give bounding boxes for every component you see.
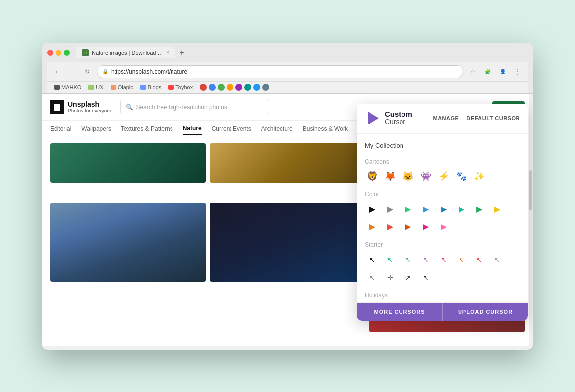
nav-nature[interactable]: Nature xyxy=(183,125,202,135)
cursor-blue2[interactable]: ▶ xyxy=(436,202,451,217)
starter-orange[interactable]: ↖ xyxy=(454,252,469,267)
starter-red[interactable]: ↖ xyxy=(472,252,487,267)
nav-textures[interactable]: Textures & Patterns xyxy=(121,125,173,134)
nav-wallpapers[interactable]: Wallpapers xyxy=(81,125,111,134)
manage-link[interactable]: MANAGE xyxy=(433,115,459,121)
cursor-bear[interactable]: 🐾 xyxy=(454,169,469,184)
cursor-gray[interactable]: ▶ xyxy=(383,202,398,217)
starter-pink[interactable]: ↖ xyxy=(436,252,451,267)
address-bar[interactable]: 🔒 https://unsplash.com/t/nature xyxy=(97,65,463,78)
photo-2[interactable] xyxy=(210,143,365,183)
cursor-orange2[interactable]: ▶ xyxy=(401,220,415,234)
cursor-pink2[interactable]: ▶ xyxy=(436,220,451,234)
search-icon: 🔍 xyxy=(126,104,133,111)
cursor-pink1[interactable]: ▶ xyxy=(418,220,433,234)
cursor-lion[interactable]: 🦁 xyxy=(365,169,380,184)
cursor-red1[interactable]: ▶ xyxy=(383,220,398,234)
traffic-lights xyxy=(47,50,70,56)
my-collection-link[interactable]: My Collection xyxy=(365,140,520,151)
starter-gray[interactable]: ↖ xyxy=(490,252,505,267)
cursor-star[interactable]: ✨ xyxy=(472,169,487,184)
starter-purple[interactable]: ↖ xyxy=(418,252,433,267)
starter-cursors: ↖ ↖ ↖ ↖ ↖ ↖ ↖ ↖ ↖ ✛ ↗ ↖ xyxy=(365,252,520,285)
starter-black2[interactable]: ↖ xyxy=(418,270,433,285)
photo-1[interactable] xyxy=(50,143,206,183)
starter-section: Starter ↖ ↖ ↖ ↖ ↖ ↖ ↖ ↖ ↖ ✛ ↗ xyxy=(365,241,520,285)
cursor-cat-smile[interactable]: 😺 xyxy=(401,169,415,184)
cursor-green2[interactable]: ▶ xyxy=(472,202,487,217)
bookmark-star[interactable]: ☆ xyxy=(467,66,478,77)
more-cursors-button[interactable]: MORE CURSORS xyxy=(357,303,443,321)
starter-crosshair[interactable]: ✛ xyxy=(383,270,398,285)
bookmark-icon-7[interactable] xyxy=(253,84,260,91)
upload-cursor-button[interactable]: UPLOAD CURSOR xyxy=(443,303,528,321)
color-title: Color xyxy=(365,191,520,198)
nav-business[interactable]: Business & Work xyxy=(303,125,348,134)
bookmark-icon-5[interactable] xyxy=(235,84,242,91)
back-button[interactable]: ← xyxy=(52,66,63,77)
bookmark-icon-4[interactable] xyxy=(227,84,233,91)
maximize-button[interactable] xyxy=(64,50,70,56)
nav-current-events[interactable]: Current Events xyxy=(212,125,251,134)
starter-teal[interactable]: ↖ xyxy=(383,252,398,267)
profile-button[interactable]: 👤 xyxy=(497,66,508,77)
page-content: Unsplash Photos for everyone 🔍 Search fr… xyxy=(42,94,533,346)
bookmark-mahko[interactable]: MAHKO xyxy=(52,84,83,91)
cursor-black[interactable]: ▶ xyxy=(365,202,380,217)
bookmark-icon-3[interactable] xyxy=(218,84,225,91)
starter-gray2[interactable]: ↖ xyxy=(365,270,380,285)
forward-button[interactable]: → xyxy=(67,66,78,77)
cursor-yellow[interactable]: ▶ xyxy=(490,202,505,217)
bookmarks-bar: MAHKO UX Olapic Blogs Toybox xyxy=(47,82,528,93)
bookmark-icons-group xyxy=(200,84,269,91)
cursor-blue1[interactable]: ▶ xyxy=(418,202,433,217)
holidays-title: Holidays xyxy=(365,292,520,299)
reload-button[interactable]: ↻ xyxy=(82,66,93,77)
svg-marker-0 xyxy=(369,112,379,124)
active-tab[interactable]: 🌿 Nature images | Download Fr... × xyxy=(76,47,175,58)
nav-editorial[interactable]: Editorial xyxy=(50,125,71,134)
starter-default[interactable]: ↖ xyxy=(365,252,380,267)
menu-button[interactable]: ⋮ xyxy=(512,66,523,77)
minimize-button[interactable] xyxy=(56,50,61,56)
cursor-green1[interactable]: ▶ xyxy=(401,202,415,217)
logo-text-block: Unsplash Photos for everyone xyxy=(68,100,113,113)
tab-title: Nature images | Download Fr... xyxy=(92,50,163,56)
holidays-section: Holidays 🤶 🎅 ❤️ 🎉 🎊 🎈 xyxy=(365,292,520,302)
bookmark-ux[interactable]: UX xyxy=(86,84,105,91)
bookmark-icon-8[interactable] xyxy=(262,84,269,91)
bookmark-label-olapic: Olapic xyxy=(118,84,133,90)
starter-pointer[interactable]: ↗ xyxy=(401,270,415,285)
logo-square xyxy=(50,100,64,114)
starter-green[interactable]: ↖ xyxy=(401,252,415,267)
nav-architecture[interactable]: Architecture xyxy=(261,125,293,134)
unsplash-search[interactable]: 🔍 Search free high-resolution photos xyxy=(120,100,269,114)
page-scrollbar[interactable] xyxy=(529,94,533,346)
cursor-alien[interactable]: 👾 xyxy=(418,169,433,184)
bookmark-olapic[interactable]: Olapic xyxy=(109,84,135,91)
bookmark-icon-6[interactable] xyxy=(244,84,251,91)
cursor-teal[interactable]: ▶ xyxy=(454,202,469,217)
default-cursor-link[interactable]: DEFAULT CURSOR xyxy=(466,115,520,121)
extensions-button[interactable]: 🧩 xyxy=(482,66,493,77)
bookmark-icon-ux xyxy=(88,85,94,90)
photo-3[interactable] xyxy=(50,203,206,282)
bookmark-label-blogs: Blogs xyxy=(148,84,162,90)
tab-close-button[interactable]: × xyxy=(166,50,169,55)
cartoons-cursors: 🦁 🦊 😺 👾 ⚡ 🐾 ✨ xyxy=(365,169,520,184)
new-tab-button[interactable]: + xyxy=(176,47,188,58)
color-cursors: ▶ ▶ ▶ ▶ ▶ ▶ ▶ ▶ ▶ ▶ ▶ ▶ ▶ xyxy=(365,202,520,234)
cursor-pikachu[interactable]: ⚡ xyxy=(436,169,451,184)
tab-bar: 🌿 Nature images | Download Fr... × + xyxy=(76,47,528,58)
bookmark-blogs[interactable]: Blogs xyxy=(138,84,164,91)
nav-bar: ← → ↻ 🔒 https://unsplash.com/t/nature ☆ … xyxy=(47,62,528,82)
close-button[interactable] xyxy=(47,50,53,56)
photo-4[interactable] xyxy=(210,203,365,282)
cursor-orange1[interactable]: ▶ xyxy=(365,220,380,234)
url-text: https://unsplash.com/t/nature xyxy=(111,68,187,75)
cursor-fox[interactable]: 🦊 xyxy=(383,169,398,184)
bookmark-icon-2[interactable] xyxy=(209,84,216,91)
bookmark-icon-1[interactable] xyxy=(200,84,207,91)
logo-square-inner xyxy=(54,104,60,111)
bookmark-toybox[interactable]: Toybox xyxy=(166,84,195,91)
